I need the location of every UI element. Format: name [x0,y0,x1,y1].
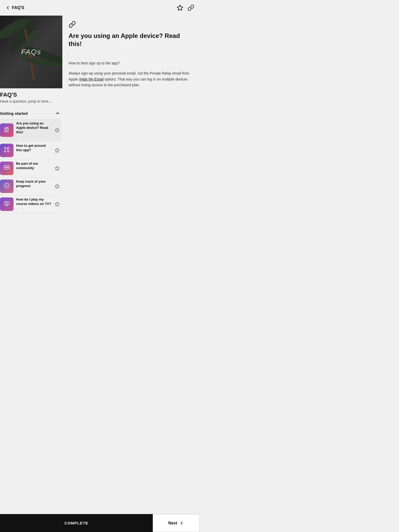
link-icon[interactable] [188,4,194,11]
chevron-up-icon [55,111,60,116]
svg-point-6 [4,150,6,152]
right-panel: Are you using an Apple device? Read this… [62,16,200,216]
back-icon [5,5,10,10]
thumb-apple [0,123,14,137]
article-title: Are you using an Apple device? Read this… [69,32,193,48]
list-item-title-progress: Keep track of your progress [16,179,51,188]
svg-point-5 [8,147,9,149]
svg-point-2 [6,128,7,130]
star-button-progress[interactable] [54,183,60,189]
svg-marker-8 [55,148,59,152]
svg-marker-3 [55,128,59,132]
thumb-navigate [0,144,14,157]
hero-text: FAQs [21,48,41,56]
article-dot: · [69,53,193,58]
svg-point-11 [6,167,7,168]
star-button-community[interactable] [54,165,60,171]
list-item-tv[interactable]: How do I play my course videos on TV? · [0,195,60,213]
svg-point-10 [5,167,6,168]
list-item-text-navigate: How to get around this app? · [16,144,51,157]
main-layout: FAQs FAQ'S Have a question, jump in here… [0,16,200,216]
svg-marker-15 [55,184,59,188]
svg-marker-0 [177,5,183,10]
list-item-progress[interactable]: Keep track of your progress · [0,177,60,195]
list-item-navigate[interactable]: How to get around this app? · [0,142,60,159]
thumb-progress [0,179,14,193]
star-button-tv[interactable] [54,201,60,207]
list-item-text-apple: Are you using an Apple device? Read this… [16,121,51,139]
hero-image: FAQs [0,16,62,88]
faq-title: FAQ'S [0,91,60,98]
list-item-text-community: Be part of our community · [16,162,51,175]
hide-my-email-link[interactable]: Hide My Email [80,77,103,81]
list-item-title-tv: How do I play my course videos on TV? [16,197,51,206]
svg-marker-13 [55,166,59,170]
star-button-apple[interactable] [54,127,60,133]
list-item-text-progress: Keep track of your progress · [16,179,51,193]
article-answer: Always sign-up using your personal email… [69,70,193,88]
back-button[interactable]: FAQ'S [5,5,24,10]
svg-rect-16 [4,202,9,205]
thumb-tv [0,197,14,211]
list-item-title-community: Be part of our community [16,162,51,170]
svg-point-12 [8,167,9,168]
header: FAQ'S [0,0,200,16]
article-link-icon[interactable] [69,21,76,28]
header-title: FAQ'S [12,5,24,10]
section-header-getting-started[interactable]: Getting started [0,108,60,119]
left-panel: FAQs FAQ'S Have a question, jump in here… [0,16,62,216]
left-content: FAQ'S Have a question, jump in here.... … [0,88,62,216]
header-actions [177,4,194,11]
section-title: Getting started [0,111,28,116]
list-item-title-navigate: How to get around this app? [16,144,51,152]
star-button-navigate[interactable] [54,147,60,154]
list-item-title-apple: Are you using an Apple device? Read this… [16,121,51,135]
svg-point-17 [6,202,8,204]
article-question: How to best sign up to the app? [69,61,193,65]
bookmark-icon[interactable] [177,4,183,11]
faq-subtitle: Have a question, jump in here.... [0,99,60,103]
svg-marker-18 [55,202,59,206]
list-item-text-tv: How do I play my course videos on TV? · [16,197,51,211]
faq-list: Are you using an Apple device? Read this… [0,119,60,213]
list-item-community[interactable]: Be part of our community · [0,159,60,177]
svg-point-4 [4,147,6,149]
list-item-apple[interactable]: Are you using an Apple device? Read this… [0,119,61,142]
thumb-community [0,162,14,175]
svg-point-7 [8,150,9,152]
